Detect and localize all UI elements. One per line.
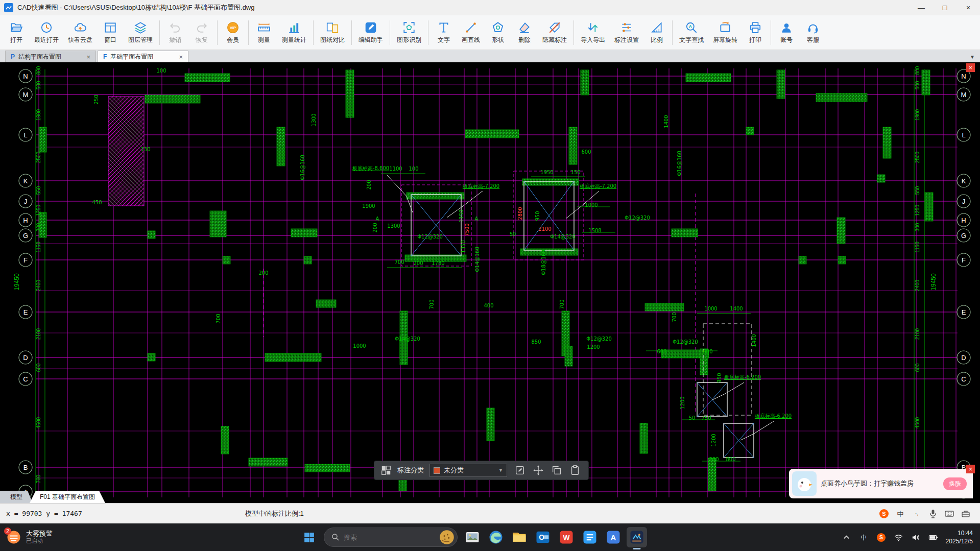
tab-close-icon[interactable]: × [179,53,183,61]
weather-widget[interactable]: 2 大雾预警 已启动 [0,530,77,545]
taskbar-app-wps[interactable]: W [556,527,577,547]
tab-list-caret-icon[interactable]: ▼ [970,54,975,60]
toolbar-print-button[interactable]: 打印 [742,19,769,46]
toolbar-line-button[interactable]: 画直线 [457,19,485,46]
toolbox-icon[interactable] [961,509,971,519]
toolbar-hide-button[interactable]: 隐藏标注 [538,19,571,46]
taskbar-app-cad-viewer[interactable] [627,527,647,547]
toolbar-transfer-button[interactable]: 导入导出 [576,19,610,46]
svg-text:1200: 1200 [587,344,600,350]
svg-text:2500: 2500 [36,151,41,163]
toolbar-shape-button[interactable]: 形状 [485,19,511,46]
search-highlight-image[interactable] [439,530,455,545]
toolbar-rotate-button[interactable]: 屏幕旋转 [708,19,742,46]
svg-text:中: 中 [861,534,867,541]
svg-text:1100: 1100 [389,166,402,172]
taskbar-app-edge[interactable] [486,527,506,547]
cad-canvas[interactable]: 1002501300130600Φ16@160Φ16@1601400110010… [0,62,980,503]
svg-text:板底标高-7.200: 板底标高-7.200 [579,183,616,189]
svg-text:1300: 1300 [387,223,400,229]
search-input[interactable] [344,534,431,541]
toolbar-assistant-button[interactable]: 编辑助手 [354,19,388,46]
sogou-s-icon[interactable]: S [879,509,889,519]
svg-text:1000: 1000 [353,343,366,349]
chevron-up-icon[interactable] [842,533,851,542]
toolbar-recognize-button[interactable]: 图形识别 [392,19,426,46]
zhong-icon[interactable]: 中 [895,509,905,519]
toolbar-undo-button[interactable]: 撤销 [162,19,188,46]
popup-close-icon[interactable]: × [966,465,975,473]
annotation-paste-button[interactable] [568,463,582,477]
close-button[interactable]: × [957,0,980,15]
annotation-copy-button[interactable] [549,463,564,477]
popup-skin-button[interactable]: 换肤 [943,477,967,490]
toolbar-redo-button[interactable]: 恢复 [188,19,215,46]
toolbar-recent-button[interactable]: 最近打开 [30,19,63,46]
svg-text:2500: 2500 [915,151,920,163]
start-button[interactable] [299,527,319,547]
canvas-close-icon[interactable]: × [966,63,975,72]
svg-text:Φ16@160: Φ16@160 [300,155,305,180]
toolbar-account-button[interactable]: 账号 [773,19,800,46]
svg-text:Φ14@160: Φ14@160 [474,247,480,272]
toolbar-annoset-button[interactable]: 标注设置 [610,19,643,46]
classify-select[interactable]: 未分类 ▼ [429,464,507,477]
toolbar-text-button[interactable]: 文字 [431,19,457,46]
keyboard-icon[interactable] [944,509,954,519]
taskbar-app-app-a[interactable]: A [603,527,624,547]
svg-text:1400: 1400 [663,115,669,128]
ime-zh-icon[interactable]: 中 [859,533,869,542]
annotation-move-button[interactable] [531,463,545,477]
file-type-letter: F [103,53,107,60]
taskbar-app-screenshot[interactable] [462,527,483,547]
svg-text:100: 100 [156,68,166,74]
taskbar-search[interactable] [324,528,458,547]
toolbar-findtext-button[interactable]: A文字查找 [675,19,708,46]
punct-icon[interactable]: ·, [912,509,922,519]
toolbar-scale-button[interactable]: 比例 [643,19,670,46]
taskbar-app-outlook[interactable]: O [533,527,553,547]
taskbar-app-file-explorer[interactable] [509,527,530,547]
doc-tab-P[interactable]: P结构平面布置图× [5,51,96,62]
toolbar-cloud-button[interactable]: 快看云盘 [63,19,97,46]
taskbar-clock[interactable]: 10:44 2025/12/5 [946,529,973,545]
clock-date: 2025/12/5 [946,537,973,545]
mic-icon[interactable] [928,509,938,519]
toolbar-compare-button[interactable]: 图纸对比 [316,19,349,46]
minimize-button[interactable]: — [910,0,933,15]
svg-text:G: G [23,232,28,239]
toolbar-layers-button[interactable]: 图层管理 [124,19,157,46]
svg-text:1400: 1400 [730,306,743,312]
svg-text:板底标高-8.600: 板底标高-8.600 [352,165,389,171]
doc-tab-title: 结构平面布置图 [18,53,61,61]
toolbar-separator [217,20,218,45]
volume-icon[interactable] [911,533,921,542]
sheet-tab-1[interactable]: F01 基础平面布置图 [30,491,105,503]
svg-text:600: 600 [915,363,920,372]
sheet-tab-0[interactable]: 模型 [0,491,33,503]
taskbar-app-docs[interactable] [580,527,600,547]
tab-close-icon[interactable]: × [86,53,90,61]
toolbar-measure-button[interactable]: 测量 [251,19,277,46]
doc-tab-F[interactable]: F基础平面布置图× [98,51,188,62]
search-icon [331,533,340,541]
battery-icon[interactable] [928,533,938,542]
annotations: 1002501300130600Φ16@160Φ16@1601400110010… [92,68,792,462]
toolbar-support-button[interactable]: 客服 [800,19,826,46]
annotation-edit-button[interactable] [513,463,527,477]
svg-text:D: D [961,354,966,362]
toolbar-open-button[interactable]: 打开 [3,19,30,46]
maximize-button[interactable]: □ [933,0,957,15]
svg-text:700: 700 [429,299,435,309]
toolbar-erase-button[interactable]: 删除 [511,19,538,46]
svg-text:4500: 4500 [36,417,41,428]
open-icon [10,21,23,34]
toolbar-vip-button[interactable]: VIP会员 [220,19,246,46]
svg-text:D: D [23,354,28,362]
svg-text:1900: 1900 [915,109,920,121]
toolbar-stats-button[interactable]: 测量统计 [277,19,311,46]
toolbar-separator [313,20,314,45]
sogou-s-icon[interactable]: S [876,533,886,542]
wifi-icon[interactable] [894,533,903,542]
toolbar-window-button[interactable]: 窗口 [97,19,124,46]
